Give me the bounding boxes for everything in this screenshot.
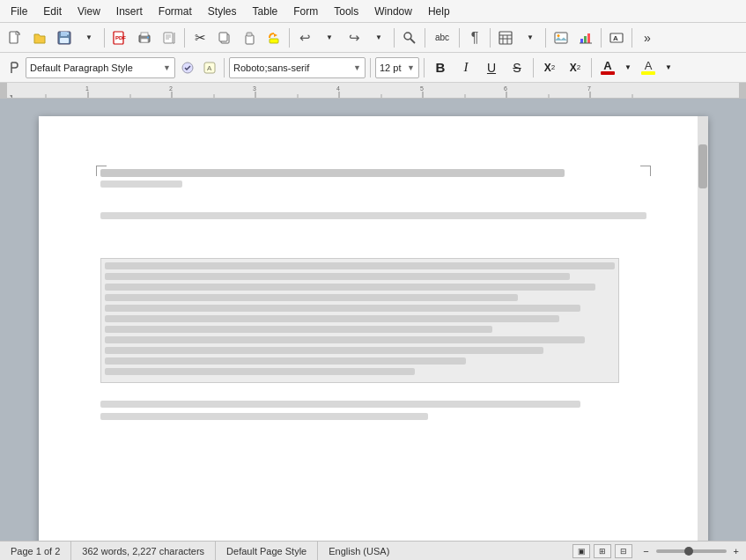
menu-format[interactable]: Format <box>151 4 199 19</box>
single-page-view-button[interactable]: ▣ <box>572 544 590 558</box>
word-count: 362 words, 2,227 characters <box>71 542 216 560</box>
cut-button[interactable]: ✂ <box>188 26 211 49</box>
strikethrough-button[interactable]: S <box>506 56 528 79</box>
separator-2 <box>184 28 185 48</box>
separator-4 <box>394 28 395 48</box>
svg-text:PDF: PDF <box>115 35 126 41</box>
menu-tools[interactable]: Tools <box>327 4 366 19</box>
ruler: 1 2 3 4 5 6 7 <box>0 83 746 99</box>
menu-view[interactable]: View <box>70 4 107 19</box>
paste-button[interactable] <box>238 26 261 49</box>
highlight-button[interactable]: A <box>637 56 660 79</box>
status-bar: Page 1 of 2 362 words, 2,227 characters … <box>0 541 746 560</box>
font-color-indicator <box>601 71 615 75</box>
save-button[interactable] <box>53 26 76 49</box>
find-replace-button[interactable] <box>398 26 421 49</box>
document-page[interactable] <box>39 116 708 541</box>
svg-text:A: A <box>613 34 618 42</box>
underline-button[interactable]: U <box>480 56 503 79</box>
vertical-scrollbar[interactable] <box>698 116 708 541</box>
bold-button[interactable]: B <box>429 56 452 79</box>
separator-6 <box>459 28 460 48</box>
multi-page-view-button[interactable]: ⊞ <box>594 544 611 558</box>
svg-text:6: 6 <box>504 85 507 92</box>
menu-form[interactable]: Form <box>286 4 325 19</box>
menu-file[interactable]: File <box>4 4 34 19</box>
separator-5 <box>425 28 425 48</box>
formatting-marks-button[interactable]: ¶ <box>463 26 486 49</box>
insert-image-button[interactable] <box>550 26 572 49</box>
menu-window[interactable]: Window <box>367 4 419 19</box>
svg-point-10 <box>147 36 149 38</box>
insert-table-button[interactable] <box>494 26 517 49</box>
export-pdf-button[interactable]: PDF <box>108 26 131 49</box>
table-dropdown-button[interactable]: ▼ <box>519 26 542 49</box>
print-button[interactable] <box>133 26 156 49</box>
insert-chart-button[interactable] <box>574 26 597 49</box>
open-button[interactable] <box>28 26 51 49</box>
scrollbar-thumb[interactable] <box>698 144 707 188</box>
undo-button[interactable]: ↩ <box>293 26 316 49</box>
clone-formatting-button[interactable] <box>262 26 285 49</box>
zoom-slider[interactable] <box>656 549 727 553</box>
redo-button[interactable]: ↪ <box>343 26 366 49</box>
menu-help[interactable]: Help <box>421 4 457 19</box>
new-button[interactable] <box>4 26 26 49</box>
insert-textbox-button[interactable]: A <box>605 26 628 49</box>
svg-rect-2 <box>61 32 67 36</box>
undo-dropdown-button[interactable]: ▼ <box>318 26 341 49</box>
font-size-dropdown[interactable]: 12 pt ▼ <box>375 57 419 78</box>
subscript-button[interactable]: X2 <box>564 56 587 79</box>
menu-table[interactable]: Table <box>246 4 285 19</box>
book-view-button[interactable]: ⊟ <box>615 544 632 558</box>
toolbar1: ▼ PDF ✂ <box>0 23 746 53</box>
separator-9 <box>601 28 602 48</box>
content-spacer <box>100 383 646 401</box>
separator-f4 <box>533 58 534 77</box>
svg-text:2: 2 <box>169 85 173 92</box>
paragraph-style-dropdown[interactable]: Default Paragraph Style ▼ <box>26 57 175 78</box>
content-spacer <box>100 225 646 232</box>
paragraph-style-icon <box>4 56 23 79</box>
separator-f5 <box>591 58 592 77</box>
italic-button[interactable]: I <box>454 56 477 79</box>
spell-check-button[interactable]: abc <box>429 26 455 49</box>
menu-edit[interactable]: Edit <box>36 4 69 19</box>
svg-rect-18 <box>247 33 252 36</box>
font-name-dropdown[interactable]: Roboto;sans-serif ▼ <box>229 57 366 78</box>
content-line <box>100 413 428 420</box>
content-line <box>100 212 646 219</box>
font-color-dropdown-button[interactable]: ▼ <box>622 56 634 79</box>
content-line <box>100 169 565 177</box>
table-area <box>100 258 619 383</box>
more-controls-button[interactable]: » <box>636 26 659 49</box>
svg-rect-30 <box>584 36 587 43</box>
print-preview-button[interactable] <box>158 26 181 49</box>
document-content[interactable] <box>100 169 646 420</box>
content-line <box>100 181 182 188</box>
redo-dropdown-button[interactable]: ▼ <box>367 26 390 49</box>
zoom-in-button[interactable]: + <box>734 546 739 556</box>
font-color-button[interactable]: A <box>596 56 619 79</box>
svg-point-28 <box>558 34 560 37</box>
svg-rect-8 <box>141 33 148 36</box>
language: English (USA) <box>318 542 400 560</box>
menu-insert[interactable]: Insert <box>109 4 150 19</box>
zoom-slider-thumb[interactable] <box>684 547 693 556</box>
copy-button[interactable] <box>213 26 236 49</box>
svg-text:7: 7 <box>587 85 591 92</box>
save-dropdown-button[interactable]: ▼ <box>78 26 100 49</box>
highlight-dropdown-button[interactable]: ▼ <box>662 56 675 79</box>
svg-rect-22 <box>499 32 512 44</box>
editor-area[interactable] <box>0 99 746 541</box>
menu-styles[interactable]: Styles <box>201 4 244 19</box>
separator-8 <box>545 28 546 48</box>
para-style-label: Default Paragraph Style <box>30 63 161 73</box>
svg-rect-31 <box>587 33 590 43</box>
style-icon2[interactable]: A <box>200 56 219 79</box>
superscript-button[interactable]: X2 <box>538 56 561 79</box>
zoom-out-button[interactable]: − <box>643 546 648 556</box>
svg-rect-11 <box>164 33 173 43</box>
style-icon1[interactable] <box>178 56 197 79</box>
svg-text:1: 1 <box>85 85 89 92</box>
